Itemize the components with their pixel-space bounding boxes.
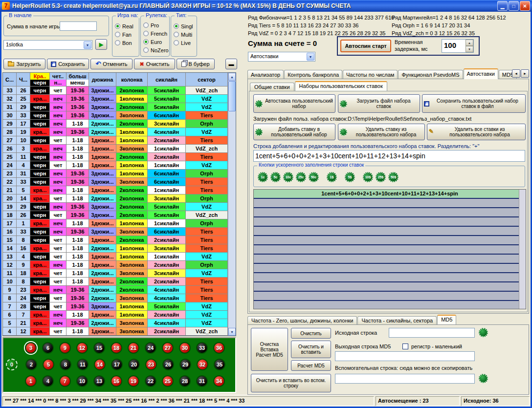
board-number-3[interactable]: 3 bbox=[25, 342, 37, 354]
board-number-2[interactable]: 2 bbox=[25, 359, 37, 370]
bet-list-row[interactable] bbox=[254, 227, 526, 236]
md5-clear-button[interactable]: Очистить bbox=[291, 328, 331, 339]
delete-all-bets-button[interactable]: ✎ Удалить все ставки из пользовательског… bbox=[427, 124, 526, 140]
radio-option-fan[interactable]: Fan bbox=[112, 30, 139, 39]
clear-button[interactable]: ✖ Очистить bbox=[134, 59, 175, 69]
close-button[interactable]: ✕ bbox=[520, 1, 530, 11]
radio-icon[interactable] bbox=[174, 23, 179, 29]
md5-lowercase-checkbox[interactable] bbox=[402, 344, 408, 349]
board-number-4[interactable]: 4 bbox=[42, 375, 54, 387]
autospin-start-button[interactable]: Автоспин старт bbox=[340, 40, 391, 52]
bet-list-row[interactable] bbox=[254, 273, 526, 282]
bet-chip-1c[interactable]: 1c bbox=[258, 172, 268, 182]
history-row[interactable]: 134чернчет1-181дюжи...1колонка1сиклайнVd… bbox=[3, 253, 228, 261]
tab-Контроль банкролла[interactable]: Контроль банкролла bbox=[284, 70, 342, 79]
radio-icon[interactable] bbox=[115, 32, 120, 37]
history-row[interactable]: 1416кра...чет1-182дюжи...1колонка3сиклай… bbox=[3, 244, 228, 253]
bottom-tab[interactable]: Частота - Zero, шансы, дюжины, колонки bbox=[247, 316, 357, 324]
bet-list-row[interactable] bbox=[254, 236, 526, 245]
bet-list-row[interactable] bbox=[254, 301, 526, 309]
history-row[interactable]: 2710чернчет1-181дюжи...1колонка2сиклайнT… bbox=[3, 136, 228, 145]
bet-list-row[interactable] bbox=[254, 292, 526, 301]
start-sum-input[interactable] bbox=[60, 21, 97, 31]
bet-chip-5$[interactable]: 5$ bbox=[345, 172, 355, 182]
history-row[interactable]: 2014кра...чет1-182дюжи...2колонка3сиклай… bbox=[3, 194, 228, 203]
bet-chip-10c[interactable]: 10c bbox=[283, 172, 293, 182]
scroll-up-icon[interactable]: ▲ bbox=[228, 73, 236, 81]
history-row[interactable]: 171кра...неч1-181дюжи...1колонка1сиклайн… bbox=[3, 219, 228, 228]
bet-list-row[interactable] bbox=[254, 245, 526, 255]
bet-chip-25$[interactable]: 25$ bbox=[376, 172, 386, 182]
history-row[interactable]: 521кра...неч19-362дюжи...3колонка4сиклай… bbox=[3, 319, 228, 327]
tab-Частоты по числам[interactable]: Частоты по числам bbox=[343, 70, 398, 79]
md5-output-input[interactable] bbox=[335, 351, 475, 361]
bet-list-row[interactable] bbox=[254, 217, 526, 227]
radio-icon[interactable] bbox=[115, 23, 120, 29]
scroll-down-icon[interactable]: ▼ bbox=[228, 328, 236, 336]
board-number-22[interactable]: 22 bbox=[145, 375, 156, 387]
history-row[interactable]: 3225кра...неч19-363дюжи...1колонка5сикла… bbox=[3, 95, 228, 103]
history-row[interactable]: 129кра...неч1-181дюжи...3колонка2сиклайн… bbox=[3, 261, 228, 269]
history-row[interactable]: 108чернчет1-181дюжи...2колонка2сиклайнTi… bbox=[3, 278, 228, 286]
md5-calc-button[interactable]: Расчет MD5 bbox=[291, 360, 331, 371]
bet-chip-1$[interactable]: 1$ bbox=[327, 172, 337, 182]
bet-chip-50$[interactable]: 50$ bbox=[388, 172, 399, 182]
bet-list-row[interactable] bbox=[254, 282, 526, 292]
board-number-9[interactable]: 9 bbox=[59, 342, 71, 354]
bet-chip-50c[interactable]: 50c bbox=[309, 172, 319, 182]
board-number-12[interactable]: 12 bbox=[76, 342, 88, 354]
table-scrollbar[interactable]: ▲ ▼ bbox=[228, 73, 236, 336]
board-number-1[interactable]: 1 bbox=[25, 375, 37, 387]
subtab[interactable]: Наборы пользовательских ставок bbox=[295, 81, 387, 91]
history-row[interactable]: 2511черннеч1-181дюжи...2колонка2сиклайнT… bbox=[3, 153, 228, 161]
tab-Анализатор[interactable]: Анализатор bbox=[247, 70, 284, 79]
board-number-10[interactable]: 10 bbox=[76, 375, 88, 387]
md5-aux-go-button[interactable] bbox=[479, 374, 488, 383]
minimize-button[interactable]: ▁ bbox=[497, 1, 508, 11]
undo-button[interactable]: ↶ Отменить bbox=[90, 59, 133, 69]
tab-Функционал PsevdoMS[interactable]: Функционал PsevdoMS bbox=[398, 70, 463, 79]
radio-option-nozero[interactable]: NoZero bbox=[141, 46, 169, 54]
radio-option-live[interactable]: Live bbox=[171, 39, 197, 47]
history-row[interactable]: 2917черннеч1-182дюжи...2колонка3сиклайнO… bbox=[3, 120, 228, 128]
autobet-set-button[interactable]: Автоставка пользовательский набор bbox=[253, 94, 335, 113]
board-number-16[interactable]: 16 bbox=[111, 375, 122, 387]
history-row[interactable]: 3129черннеч19-363дюжи...2колонка5сиклайн… bbox=[3, 103, 228, 111]
radio-icon[interactable] bbox=[115, 40, 120, 45]
radio-icon[interactable] bbox=[174, 32, 179, 37]
md5-source-go-button[interactable] bbox=[479, 328, 488, 337]
slot-combobox[interactable]: 1slotka ▼ bbox=[3, 40, 92, 50]
history-row[interactable]: 824чернчет19-362дюжи...3колонка4сиклайнT… bbox=[3, 294, 228, 302]
board-number-13[interactable]: 13 bbox=[93, 375, 105, 387]
history-row[interactable]: 412кра...чет1-181дюжи...3колонка2сиклайн… bbox=[3, 327, 228, 336]
board-number-23[interactable]: 23 bbox=[145, 359, 157, 370]
radio-option-multi[interactable]: Multi bbox=[171, 30, 197, 39]
history-row[interactable]: 1633черннеч19-363дюжи...3колонка6сиклайн… bbox=[3, 228, 228, 236]
spinner-down-icon[interactable]: ▼ bbox=[466, 46, 473, 52]
delay-spinner[interactable]: 100 ▲ ▼ bbox=[442, 39, 474, 53]
collapse-button[interactable]: ▬ bbox=[225, 59, 237, 69]
chevron-down-icon[interactable]: ▼ bbox=[307, 53, 314, 61]
radio-icon[interactable] bbox=[143, 22, 149, 28]
radio-icon[interactable] bbox=[143, 47, 149, 53]
board-number-30[interactable]: 30 bbox=[179, 342, 191, 354]
history-row[interactable]: 923кра...неч19-362дюжи...2колонка4сиклай… bbox=[3, 286, 228, 294]
save-bets-file-button[interactable]: Сохранить пользовательский набор ставок … bbox=[422, 94, 526, 113]
board-number-25[interactable]: 25 bbox=[162, 375, 174, 387]
md5-source-input[interactable] bbox=[389, 328, 475, 338]
history-row[interactable]: 158чернчет1-181дюжи...2колонка2сиклайнTi… bbox=[3, 236, 228, 244]
bet-list-row[interactable] bbox=[254, 208, 526, 217]
maximize-button[interactable]: □ bbox=[509, 1, 519, 11]
play-button[interactable]: ▶ bbox=[95, 39, 107, 50]
tabs-scroll-left-icon[interactable]: ◄ bbox=[512, 69, 520, 78]
bet-list-row[interactable] bbox=[254, 264, 526, 273]
radio-option-french[interactable]: French bbox=[141, 29, 169, 38]
bet-list-row[interactable]: 1cent+5+6+0+0+2+1+3+10cent+10+11+12+13+1… bbox=[254, 190, 526, 199]
bet-chip-5c[interactable]: 5c bbox=[270, 172, 281, 182]
add-bet-button[interactable]: Добавить ставку в пользовательский набор bbox=[253, 124, 335, 140]
board-number-7[interactable]: 7 bbox=[59, 375, 71, 387]
board-number-18[interactable]: 18 bbox=[111, 342, 122, 354]
history-row[interactable]: 244чернчет1-181дюжи...1колонка1сиклайнVd… bbox=[3, 161, 228, 170]
subtab[interactable]: Общие ставки bbox=[250, 83, 294, 91]
board-number-0[interactable]: 0 bbox=[6, 359, 18, 370]
